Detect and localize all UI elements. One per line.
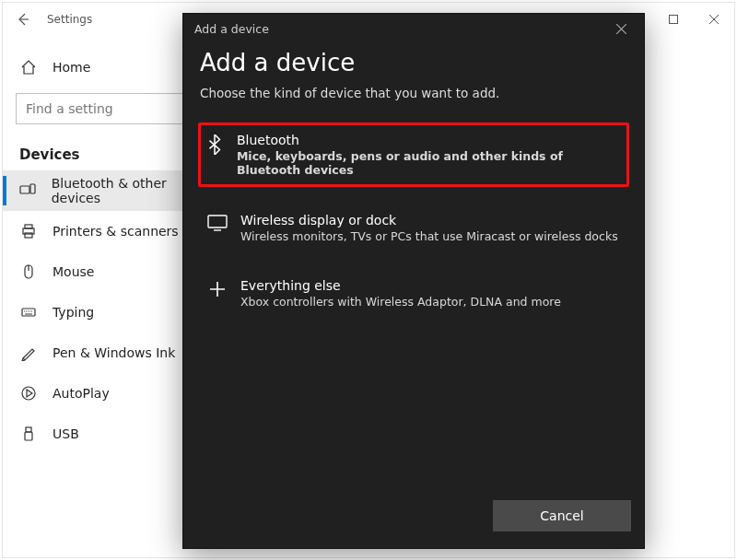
autoplay-icon	[19, 385, 38, 402]
close-window-button[interactable]	[694, 3, 734, 36]
dialog-subtitle: Choose the kind of device that you want …	[200, 86, 627, 100]
sidebar-item-label: USB	[53, 426, 79, 441]
home-icon	[19, 59, 38, 76]
close-icon	[616, 24, 626, 34]
pen-icon	[19, 344, 38, 361]
option-title: Bluetooth	[237, 133, 621, 147]
option-desc: Wireless monitors, TVs or PCs that use M…	[240, 229, 618, 243]
sidebar-item-label: AutoPlay	[53, 386, 110, 401]
device-option-wireless-display[interactable]: Wireless display or dock Wireless monito…	[200, 204, 627, 252]
dialog-title: Add a device	[194, 22, 269, 36]
svg-rect-0	[670, 16, 678, 24]
device-option-everything-else[interactable]: Everything else Xbox controllers with Wi…	[200, 269, 627, 318]
back-button[interactable]	[3, 3, 43, 36]
back-arrow-icon	[16, 12, 30, 27]
add-device-dialog: Add a device Add a device Choose the kin…	[182, 13, 645, 549]
sidebar-item-mouse[interactable]: Mouse	[3, 251, 209, 292]
svg-rect-4	[25, 225, 32, 228]
svg-rect-12	[208, 216, 227, 228]
close-icon	[709, 15, 719, 24]
sidebar-item-pen[interactable]: Pen & Windows Ink	[3, 332, 209, 373]
search-input[interactable]	[16, 93, 196, 124]
maximize-button[interactable]	[653, 3, 694, 36]
usb-icon	[19, 426, 38, 442]
sidebar-item-label: Printers & scanners	[53, 224, 179, 239]
sidebar-item-typing[interactable]: Typing	[3, 292, 209, 332]
sidebar-item-home[interactable]: Home	[3, 47, 209, 88]
devices-icon	[19, 182, 37, 199]
sidebar-item-usb[interactable]: USB	[3, 414, 209, 454]
settings-sidebar: Home Devices Bluetooth & other devices P…	[3, 36, 209, 557]
svg-rect-1	[20, 186, 29, 193]
maximize-icon	[669, 15, 678, 24]
keyboard-icon	[19, 304, 38, 321]
sidebar-item-printers[interactable]: Printers & scanners	[3, 211, 209, 251]
plus-icon	[207, 278, 228, 298]
dialog-titlebar: Add a device	[183, 14, 644, 43]
device-option-bluetooth[interactable]: Bluetooth Mice, keyboards, pens or audio…	[198, 122, 629, 187]
option-title: Wireless display or dock	[240, 213, 618, 228]
printer-icon	[19, 223, 38, 239]
option-desc: Xbox controllers with Wireless Adaptor, …	[240, 295, 561, 309]
mouse-icon	[19, 263, 38, 280]
option-title: Everything else	[240, 278, 561, 293]
sidebar-item-autoplay[interactable]: AutoPlay	[3, 373, 209, 414]
svg-rect-2	[30, 184, 35, 193]
window-title: Settings	[43, 3, 92, 36]
svg-rect-11	[25, 432, 32, 440]
sidebar-item-label: Home	[53, 60, 90, 75]
sidebar-section-heading: Devices	[3, 134, 209, 170]
svg-rect-8	[22, 309, 35, 316]
dialog-close-button[interactable]	[607, 24, 635, 34]
sidebar-item-label: Typing	[53, 305, 94, 320]
sidebar-item-label: Pen & Windows Ink	[53, 345, 175, 360]
cancel-button[interactable]: Cancel	[493, 500, 631, 531]
dialog-heading: Add a device	[200, 49, 627, 76]
option-desc: Mice, keyboards, pens or audio and other…	[237, 149, 621, 177]
svg-rect-10	[26, 427, 31, 432]
sidebar-item-label: Mouse	[53, 264, 94, 279]
sidebar-item-bluetooth[interactable]: Bluetooth & other devices	[3, 170, 209, 211]
bluetooth-icon	[206, 133, 224, 155]
display-icon	[207, 213, 228, 231]
